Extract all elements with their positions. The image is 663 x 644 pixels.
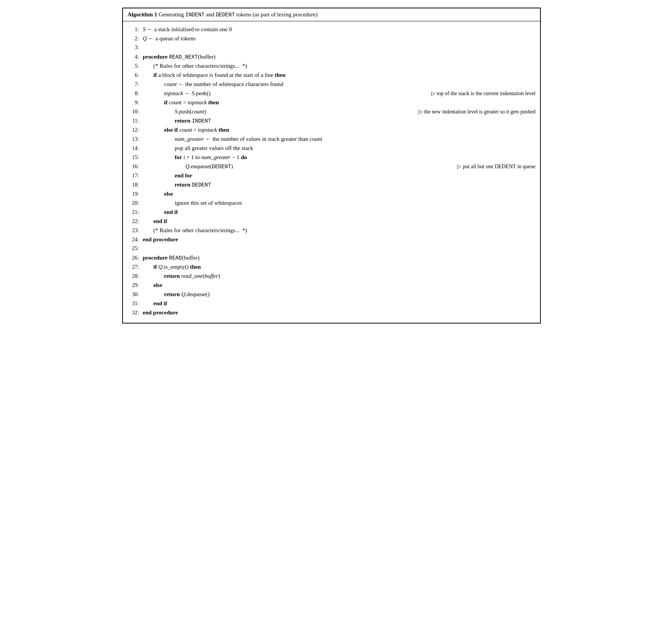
algorithm-body: 1: S ← a stack initialised to contain on… [123,21,540,323]
line-6: 6: if a block of whitespace is found at … [128,71,536,80]
line-16: 16: Q.enqueue(DEDENT) ▷ put all but one … [128,162,536,171]
line-14: 14: pop all greater values off the stack [128,144,536,153]
line-13: 13: num_greater ← the number of values i… [128,135,536,144]
line-7: 7: count ← the number of whitespace char… [128,80,536,89]
line-12: 12: else if count < topstack then [128,126,536,135]
line-32: 32: end procedure [128,308,536,317]
line-17: 17: end for [128,171,536,180]
line-11: 11: return INDENT [128,116,536,126]
line-25: 25: [128,244,536,253]
line-5: 5: (* Rules for other characters/strings… [128,62,536,71]
algorithm-box: Algorithm 1 Generating INDENT and DEDENT… [122,8,541,324]
algorithm-header: Algorithm 1 Generating INDENT and DEDENT… [123,8,540,21]
comment-10: ▷ the new indentation level is greater s… [419,108,536,116]
line-8: 8: topstack ← S.peek() ▷ top of the stac… [128,89,536,98]
line-30: 30: return Q.dequeue() [128,290,536,299]
line-19: 19: else [128,190,536,199]
algorithm-title: Generating INDENT and DEDENT tokens (as … [159,11,318,18]
line-23: 23: (* Rules for other characters/string… [128,226,536,235]
line-3: 3: [128,43,536,53]
line-2: 2: Q ← a queue of tokens [128,34,536,43]
comment-16: ▷ put all but one DEDENT in queue [457,163,536,171]
line-28: 28: return read_one(buffer) [128,272,536,281]
line-31: 31: end if [128,299,536,308]
line-1: 1: S ← a stack initialised to contain on… [128,25,536,34]
line-29: 29: else [128,281,536,290]
line-20: 20: ignore this set of whitespaces [128,199,536,208]
algorithm-label: Algorithm 1 [128,11,157,18]
line-26: 26: procedure READ(buffer) [128,253,536,263]
line-10: 10: S.push(count) ▷ the new indentation … [128,107,536,116]
comment-8: ▷ top of the stack is the current indent… [431,89,536,98]
line-9: 9: if count > topstack then [128,98,536,107]
line-15: 15: for i = 1 to num_greater − 1 do [128,153,536,162]
line-21: 21: end if [128,208,536,217]
line-27: 27: if Q.is_empty() then [128,263,536,272]
line-4: 4: procedure READ_NEXT(buffer) [128,53,536,62]
line-22: 22: end if [128,217,536,226]
line-18: 18: return DEDENT [128,180,536,190]
line-24: 24: end procedure [128,235,536,244]
